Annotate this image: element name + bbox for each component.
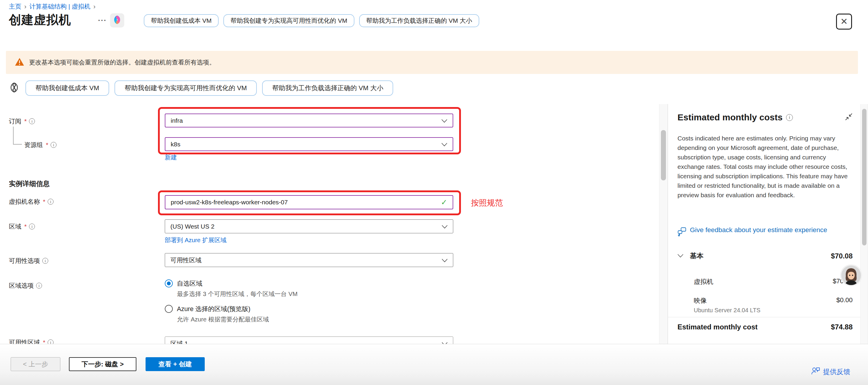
- info-icon[interactable]: i: [29, 118, 35, 124]
- availability-options-dropdown[interactable]: 可用性区域: [165, 253, 453, 267]
- copilot-suggestions-top: 帮助我创建低成本 VM 帮助我创建专为实现高可用性而优化的 VM 帮助我为工作负…: [144, 14, 479, 27]
- page-title: 创建虚拟机: [9, 12, 71, 28]
- suggestion-right-vm-size[interactable]: 帮助我为工作负载选择正确的 VM 大小: [262, 81, 393, 96]
- subscription-value: infra: [171, 117, 183, 124]
- deploy-edge-zone-link[interactable]: 部署到 Azure 扩展区域: [165, 236, 226, 244]
- required-asterisk: *: [24, 118, 27, 125]
- annotation-text: 按照规范: [471, 197, 503, 208]
- chevron-right-icon: ›: [93, 2, 95, 11]
- person-feedback-icon: [811, 367, 820, 377]
- form-scrollbar[interactable]: [659, 104, 668, 344]
- required-asterisk: *: [43, 198, 45, 205]
- valid-check-icon: ✓: [441, 198, 447, 207]
- previous-button[interactable]: < 上一步: [11, 357, 60, 371]
- more-options-icon[interactable]: ⋯: [98, 15, 107, 25]
- required-asterisk: *: [24, 223, 27, 230]
- info-icon[interactable]: i: [29, 224, 35, 229]
- suggestion-right-vm-size[interactable]: 帮助我为工作负载选择正确的 VM 大小: [359, 14, 479, 27]
- info-icon[interactable]: i: [42, 258, 48, 264]
- suggestion-low-cost-vm[interactable]: 帮助我创建低成本 VM: [144, 14, 219, 27]
- feedback-bubbles-icon: [678, 225, 686, 239]
- page-scrollbar[interactable]: [860, 104, 868, 344]
- form-scrollbar-thumb[interactable]: [661, 130, 666, 181]
- close-icon: ✕: [840, 17, 847, 26]
- vm-name-label: 虚拟机名称* i: [9, 197, 54, 206]
- copilot-button[interactable]: [110, 13, 124, 28]
- cost-total-amount: $74.88: [831, 323, 852, 331]
- page-scrollbar-thumb[interactable]: [862, 109, 867, 246]
- radio-self-selected-zone-desc: 最多选择 3 个可用性区域，每个区域一台 VM: [177, 290, 298, 298]
- divider: [668, 317, 860, 317]
- vm-name-input[interactable]: prod-usw2-k8s-freeleaps-worker-nodes-07 …: [165, 195, 453, 210]
- resource-group-value: k8s: [171, 141, 181, 148]
- cost-panel-title: Estimated monthly costs: [678, 113, 782, 122]
- radio-azure-selected-zone-desc: 允许 Azure 根据需要分配最佳区域: [177, 315, 269, 323]
- cost-group-amount: $70.08: [831, 252, 852, 260]
- breadcrumb-home-link[interactable]: 主页: [9, 2, 21, 11]
- warning-icon: [15, 58, 24, 67]
- warning-text: 更改基本选项可能会重置所做的选择。创建虚拟机前查看所有选项。: [29, 58, 215, 67]
- radio-self-selected-zone[interactable]: 自选区域: [165, 279, 203, 288]
- copilot-icon: [112, 15, 122, 26]
- breadcrumb-section-link[interactable]: 计算基础结构 | 虚拟机: [29, 2, 90, 11]
- chevron-down-icon: [678, 253, 683, 259]
- cost-item-amount: $0.00: [836, 296, 852, 305]
- radio-unselected-icon: [165, 305, 173, 313]
- vm-name-value: prod-usw2-k8s-freeleaps-worker-nodes-07: [171, 199, 288, 206]
- avatar: [840, 264, 862, 286]
- next-disks-button[interactable]: 下一步: 磁盘 >: [69, 357, 136, 371]
- copilot-outline-icon: [8, 82, 20, 95]
- cost-panel-description: Costs indicated here are estimates only.…: [678, 134, 853, 200]
- cost-item-name: 虚拟机: [694, 277, 713, 286]
- cost-panel-header: Estimated monthly costs i: [678, 113, 852, 122]
- region-label: 区域* i: [9, 222, 35, 231]
- chevron-right-icon: ›: [24, 2, 26, 11]
- tree-connector: [13, 127, 13, 144]
- create-new-resource-group-link[interactable]: 新建: [165, 153, 177, 161]
- chevron-down-icon: [442, 257, 447, 264]
- cost-group-name: 基本: [690, 251, 704, 260]
- chevron-down-icon: [442, 223, 447, 230]
- region-value: (US) West US 2: [170, 223, 215, 230]
- cost-item-image: 映像 $0.00: [694, 296, 852, 305]
- copilot-suggestions-row: 帮助我创建低成本 VM 帮助我创建专为实现高可用性而优化的 VM 帮助我为工作负…: [8, 81, 393, 96]
- footer-bar: < 上一步 下一步: 磁盘 > 查看 + 创建 提供反馈: [0, 344, 868, 385]
- resource-group-label: 资源组* i: [24, 141, 57, 149]
- suggestion-high-availability-vm[interactable]: 帮助我创建专为实现高可用性而优化的 VM: [115, 81, 257, 96]
- radio-azure-selected-zone[interactable]: Azure 选择的区域(预览版): [165, 304, 250, 313]
- cost-group-basic[interactable]: 基本 $70.08: [678, 251, 852, 260]
- cost-total-label: Estimated monthly cost: [678, 323, 758, 331]
- estimate-feedback-link[interactable]: Give feedback about your estimate experi…: [678, 225, 846, 239]
- availability-options-value: 可用性区域: [170, 256, 202, 264]
- subscription-label: 订阅* i: [9, 117, 35, 125]
- cost-item-vm: 虚拟机 $70.08: [694, 277, 852, 286]
- availability-options-label: 可用性选项 i: [9, 257, 48, 265]
- breadcrumb: 主页 › 计算基础结构 | 虚拟机 ›: [9, 2, 96, 11]
- info-icon[interactable]: i: [48, 199, 54, 204]
- region-dropdown[interactable]: (US) West US 2: [165, 219, 453, 233]
- instance-details-section-title: 实例详细信息: [9, 179, 50, 188]
- radio-selected-icon: [165, 280, 173, 287]
- warning-banner: 更改基本选项可能会重置所做的选择。创建虚拟机前查看所有选项。: [6, 51, 858, 74]
- tree-connector: [13, 144, 22, 145]
- chevron-down-icon: [441, 117, 447, 124]
- chevron-down-icon: [441, 141, 447, 148]
- cost-total-row: Estimated monthly cost $74.88: [678, 323, 852, 331]
- info-icon[interactable]: i: [786, 114, 793, 121]
- collapse-panel-icon[interactable]: [845, 113, 852, 122]
- cost-item-subtext: Ubuntu Server 24.04 LTS: [694, 307, 760, 314]
- subscription-dropdown[interactable]: infra: [165, 114, 453, 127]
- suggestion-high-availability-vm[interactable]: 帮助我创建专为实现高可用性而优化的 VM: [223, 14, 354, 27]
- zone-options-label: 区域选项 i: [9, 282, 42, 290]
- cost-item-name: 映像: [694, 296, 707, 305]
- create-vm-page: 主页 › 计算基础结构 | 虚拟机 › 创建虚拟机 ⋯ 帮助我创: [0, 0, 868, 385]
- resource-group-dropdown[interactable]: k8s: [165, 137, 453, 151]
- info-icon[interactable]: i: [51, 142, 57, 148]
- close-button[interactable]: ✕: [836, 13, 852, 30]
- give-feedback-link[interactable]: 提供反馈: [811, 367, 850, 377]
- info-icon[interactable]: i: [36, 283, 42, 289]
- suggestion-low-cost-vm[interactable]: 帮助我创建低成本 VM: [26, 81, 109, 96]
- review-create-button[interactable]: 查看 + 创建: [146, 357, 205, 371]
- required-asterisk: *: [46, 141, 48, 149]
